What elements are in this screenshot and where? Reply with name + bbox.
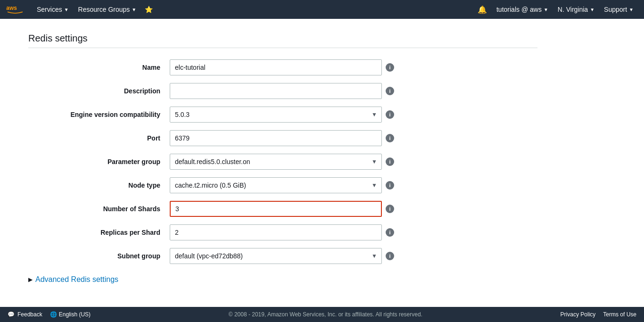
num-shards-label: Number of Shards [28,205,170,213]
engine-version-control-wrapper: 5.0.3 4.0.10 3.2.10 ▼ i [170,107,394,123]
replicas-control-wrapper: i [170,224,394,240]
port-input[interactable] [170,130,382,146]
subnet-group-control-wrapper: default (vpc-ed72db88) ▼ i [170,248,394,264]
port-info-icon[interactable]: i [386,134,394,142]
node-type-label: Node type [28,182,170,189]
name-input[interactable] [170,59,382,75]
main-content: Redis settings Name i Description i Engi… [0,19,566,303]
num-shards-control-wrapper: i [170,201,394,217]
subnet-group-select-wrapper: default (vpc-ed72db88) ▼ [170,248,382,264]
engine-version-select[interactable]: 5.0.3 4.0.10 3.2.10 [170,107,382,123]
description-input[interactable] [170,83,382,99]
engine-version-info-icon[interactable]: i [386,110,394,119]
nav-services-label: Services [37,6,62,13]
replicas-label: Replicas per Shard [28,229,170,236]
nav-support[interactable]: Support ▼ [599,0,638,19]
subnet-group-label: Subnet group [28,252,170,260]
form-row-replicas: Replicas per Shard i [28,224,537,240]
parameter-group-control-wrapper: default.redis5.0.cluster.on ▼ i [170,154,394,170]
nav-support-label: Support [604,6,627,13]
replicas-input[interactable] [170,224,382,240]
form-row-port: Port i [28,130,537,146]
name-label: Name [28,64,170,71]
nav-user[interactable]: tutorials @ aws ▼ [492,0,553,19]
section-title: Redis settings [28,33,537,44]
form-row-engine-version: Engine version compatibility 5.0.3 4.0.1… [28,107,537,123]
nav-resource-groups[interactable]: Resource Groups ▼ [74,0,141,19]
nav-services[interactable]: Services ▼ [32,0,74,19]
replicas-info-icon[interactable]: i [386,228,394,237]
form-row-name: Name i [28,59,537,75]
aws-logo[interactable]: aws [6,4,25,15]
nav-bell[interactable]: 🔔 [473,0,492,19]
form-row-node-type: Node type cache.t2.micro (0.5 GiB) cache… [28,177,537,193]
bell-icon: 🔔 [478,5,487,14]
nav-region-chevron: ▼ [590,7,594,12]
engine-version-label: Engine version compatibility [28,111,170,118]
node-type-select-wrapper: cache.t2.micro (0.5 GiB) cache.t2.small … [170,177,382,193]
name-info-icon[interactable]: i [386,63,394,72]
subnet-group-info-icon[interactable]: i [386,252,394,260]
advanced-section-title: Advanced Redis settings [35,275,118,284]
description-control-wrapper: i [170,83,394,99]
nav-user-chevron: ▼ [544,7,548,12]
advanced-section[interactable]: ▶ Advanced Redis settings [28,275,537,284]
num-shards-input[interactable] [170,201,382,217]
nav-region[interactable]: N. Virginia ▼ [553,0,599,19]
nav-right: 🔔 tutorials @ aws ▼ N. Virginia ▼ Suppor… [473,0,638,19]
form-row-subnet-group: Subnet group default (vpc-ed72db88) ▼ i [28,248,537,264]
port-control-wrapper: i [170,130,394,146]
engine-version-select-wrapper: 5.0.3 4.0.10 3.2.10 ▼ [170,107,382,123]
nav-bar: aws Services ▼ Resource Groups ▼ ⭐ 🔔 tut… [0,0,644,19]
nav-resource-groups-label: Resource Groups [78,6,130,13]
node-type-control-wrapper: cache.t2.micro (0.5 GiB) cache.t2.small … [170,177,394,193]
nav-user-label: tutorials @ aws [496,6,542,13]
name-control-wrapper: i [170,59,394,75]
nav-services-chevron: ▼ [64,7,69,12]
description-label: Description [28,87,170,95]
nav-region-label: N. Virginia [558,6,588,13]
parameter-group-select-wrapper: default.redis5.0.cluster.on ▼ [170,154,382,170]
form-row-description: Description i [28,83,537,99]
nav-support-chevron: ▼ [629,7,634,12]
subnet-group-select[interactable]: default (vpc-ed72db88) [170,248,382,264]
num-shards-info-icon[interactable]: i [386,205,394,213]
nav-resource-groups-chevron: ▼ [132,7,136,12]
advanced-arrow-icon: ▶ [28,276,33,283]
bookmark-icon: ⭐ [145,6,153,13]
node-type-select[interactable]: cache.t2.micro (0.5 GiB) cache.t2.small … [170,177,382,193]
port-label: Port [28,134,170,142]
nav-bookmark[interactable]: ⭐ [141,0,157,19]
svg-text:aws: aws [6,5,17,11]
parameter-group-select[interactable]: default.redis5.0.cluster.on [170,154,382,170]
parameter-group-label: Parameter group [28,158,170,165]
form-row-num-shards: Number of Shards i [28,201,537,217]
description-info-icon[interactable]: i [386,87,394,95]
form-row-parameter-group: Parameter group default.redis5.0.cluster… [28,154,537,170]
parameter-group-info-icon[interactable]: i [386,157,394,166]
section-divider [28,48,537,48]
node-type-info-icon[interactable]: i [386,181,394,190]
